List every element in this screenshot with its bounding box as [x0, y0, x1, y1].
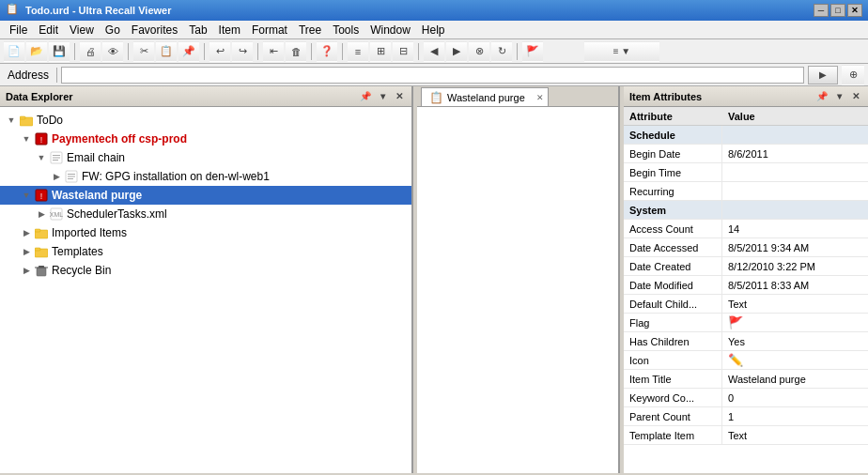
address-input[interactable]: [61, 67, 804, 84]
tree-node[interactable]: ▶FW: GPG installation on den-wl-web1: [0, 167, 411, 186]
title-bar-text: Todo.urd - Ultra Recall Viewer: [25, 5, 814, 16]
node-expander[interactable]: ▼: [19, 188, 34, 203]
tree-node[interactable]: ▼!Wasteland purge: [0, 186, 411, 205]
view-button[interactable]: ≡ ▼: [584, 41, 659, 62]
attr-menu-icon[interactable]: ▾: [832, 90, 845, 103]
node-expander[interactable]: ▼: [34, 150, 49, 165]
attr-data-row[interactable]: Default Child...Text: [624, 295, 868, 314]
refresh-button[interactable]: ↻: [491, 41, 512, 62]
address-go-button[interactable]: ▶: [808, 66, 838, 84]
menu-item-tab[interactable]: Tab: [183, 22, 212, 38]
content-tab[interactable]: 📋 Wasteland purge ✕: [421, 87, 549, 106]
pin-icon[interactable]: 📌: [359, 90, 372, 103]
delete-button[interactable]: 🗑: [286, 41, 306, 62]
node-icon: [34, 225, 49, 240]
tree-node[interactable]: ▶Recycle Bin: [0, 261, 411, 280]
node-expander[interactable]: ▶: [19, 244, 34, 259]
panel-menu-icon[interactable]: ▾: [376, 90, 389, 103]
attr-close-icon[interactable]: ✕: [849, 90, 862, 103]
open-button[interactable]: 📂: [26, 41, 47, 62]
menu-item-tree[interactable]: Tree: [293, 22, 327, 38]
maximize-button[interactable]: □: [830, 4, 845, 17]
address-extra-button[interactable]: ⊕: [842, 65, 864, 85]
attr-value-cell: 8/12/2010 3:22 PM: [722, 257, 868, 275]
copy-button[interactable]: 📋: [156, 41, 177, 62]
menu-item-favorites[interactable]: Favorites: [126, 22, 183, 38]
panel-close-icon[interactable]: ✕: [393, 90, 406, 103]
close-button[interactable]: ✕: [847, 4, 862, 17]
minimize-button[interactable]: ─: [814, 4, 829, 17]
node-label: Imported Items: [52, 226, 127, 239]
node-expander[interactable]: ▶: [19, 263, 34, 278]
attr-data-row[interactable]: Has ChildrenYes: [624, 332, 868, 351]
attr-data-row[interactable]: Date Created8/12/2010 3:22 PM: [624, 257, 868, 276]
node-label: Wasteland purge: [52, 189, 142, 202]
attr-name-cell: Parent Count: [624, 407, 722, 425]
tree-node[interactable]: ▼Email chain: [0, 148, 411, 167]
attr-data-row[interactable]: Keyword Co...0: [624, 389, 868, 407]
menu-item-format[interactable]: Format: [246, 22, 293, 38]
node-expander[interactable]: ▶: [34, 207, 49, 222]
toolbar-extra-2[interactable]: ⊞: [370, 41, 391, 62]
tree-node[interactable]: ▶Imported Items: [0, 223, 411, 242]
save-button[interactable]: 💾: [49, 41, 70, 62]
tree-node[interactable]: ▼ToDo: [0, 111, 411, 130]
flag-button[interactable]: 🚩: [522, 41, 543, 62]
tree-node[interactable]: ▶Templates: [0, 242, 411, 261]
attr-value-cell: Yes: [722, 332, 868, 350]
attr-value-cell: Text: [722, 426, 868, 444]
menu-item-go[interactable]: Go: [100, 22, 126, 38]
attr-data-row[interactable]: Parent Count1: [624, 407, 868, 426]
attr-data-row[interactable]: Icon✏️: [624, 351, 868, 370]
attr-value-cell: 14: [722, 220, 868, 238]
attributes-panel-icons: 📌 ▾ ✕: [815, 90, 862, 103]
forward-button[interactable]: ▶: [446, 41, 467, 62]
attr-section-row[interactable]: System: [624, 201, 868, 220]
tree-node[interactable]: ▼!Paymentech off csp-prod: [0, 130, 411, 148]
attr-data-row[interactable]: Begin Time: [624, 163, 868, 182]
menu-item-file[interactable]: File: [4, 22, 33, 38]
move-left-button[interactable]: ⇤: [263, 41, 284, 62]
menu-item-window[interactable]: Window: [364, 22, 416, 38]
tab-close-button[interactable]: ✕: [536, 93, 544, 102]
undo-button[interactable]: ↩: [209, 41, 230, 62]
redo-button[interactable]: ↪: [232, 41, 253, 62]
new-button[interactable]: 📄: [4, 41, 24, 62]
attr-pin-icon[interactable]: 📌: [815, 90, 829, 103]
attr-name-cell: Schedule: [624, 126, 722, 144]
help-button[interactable]: ❓: [317, 41, 337, 62]
print-button[interactable]: 🖨: [80, 41, 101, 62]
menu-item-edit[interactable]: Edit: [33, 22, 64, 38]
menu-item-view[interactable]: View: [64, 22, 100, 38]
toolbar-extra-1[interactable]: ≡: [348, 41, 368, 62]
attr-data-row[interactable]: Date Accessed8/5/2011 9:34 AM: [624, 238, 868, 257]
attr-data-row[interactable]: Begin Date8/6/2011: [624, 145, 868, 163]
attr-name-cell: Item Title: [624, 370, 722, 388]
back-button[interactable]: ◀: [424, 41, 444, 62]
cut-button[interactable]: ✂: [133, 41, 154, 62]
node-icon: [64, 169, 79, 184]
svg-rect-5: [53, 155, 60, 156]
attr-data-row[interactable]: Flag🚩: [624, 314, 868, 332]
node-expander[interactable]: ▼: [4, 113, 19, 128]
attr-value-cell: Wasteland purge: [722, 370, 868, 388]
preview-button[interactable]: 👁: [102, 41, 123, 62]
node-expander[interactable]: ▶: [49, 169, 64, 184]
stop-button[interactable]: ⊗: [469, 41, 489, 62]
menu-item-tools[interactable]: Tools: [327, 22, 364, 38]
paste-button[interactable]: 📌: [178, 41, 199, 62]
attr-data-row[interactable]: Template ItemText: [624, 426, 868, 445]
attr-data-row[interactable]: Date Modified8/5/2011 8:33 AM: [624, 276, 868, 295]
attr-value-cell: 8/5/2011 8:33 AM: [722, 276, 868, 294]
attr-section-row[interactable]: Schedule: [624, 126, 868, 145]
node-expander[interactable]: ▼: [19, 131, 34, 146]
toolbar-extra-3[interactable]: ⊟: [393, 41, 413, 62]
menu-item-help[interactable]: Help: [416, 22, 451, 38]
attr-data-row[interactable]: Access Count14: [624, 220, 868, 238]
tree-node[interactable]: ▶XMLSchedulerTasks.xml: [0, 205, 411, 223]
attr-data-row[interactable]: Recurring: [624, 182, 868, 201]
node-expander[interactable]: ▶: [19, 225, 34, 240]
content-panel: 📋 Wasteland purge ✕: [417, 86, 620, 473]
menu-item-item[interactable]: Item: [213, 22, 246, 38]
attr-data-row[interactable]: Item TitleWasteland purge: [624, 370, 868, 389]
